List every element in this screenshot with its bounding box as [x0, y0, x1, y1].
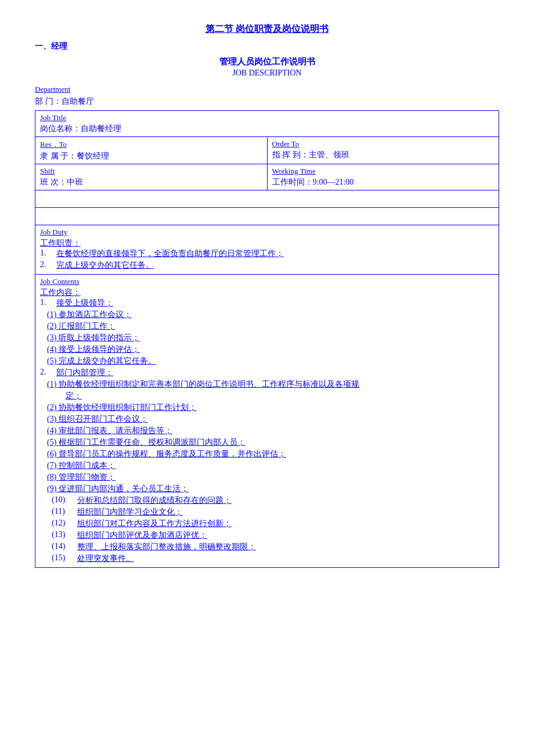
- contents-s1-item-3: (3) 听取上级领导的指示；: [40, 333, 494, 343]
- job-title-row: Job Title 岗位名称：自助餐经理: [35, 111, 499, 137]
- page-title: 第二节 岗位职责及岗位说明书: [35, 23, 499, 35]
- job-contents-row: Job Contents 工作内容： 1. 接受上级领导； (1) 参加酒店工作…: [35, 275, 499, 568]
- contents-s2-item-11: (11) 组织部门内部学习企业文化；: [40, 507, 494, 517]
- order-to-cell: Order To 指 挥 到：主管、领班: [267, 137, 499, 164]
- order-to-label: Order To: [272, 139, 495, 149]
- job-title-label: Job Title: [40, 113, 494, 123]
- subtitle-en: JOB DESCRIPTION: [35, 69, 499, 78]
- contents-s2-item-3: (3) 组织召开部门工作会议；: [40, 414, 494, 424]
- empty-cell-1: [35, 190, 499, 208]
- contents-s2-item-9: (9) 促进部门内部沟通，关心员工生活；: [40, 484, 494, 494]
- shift-label: Shift: [40, 167, 262, 176]
- contents-s2-item-8: (8) 管理部门物资；: [40, 472, 494, 483]
- contents-s2-item-1: (1) 协助餐饮经理组织制定和完善本部门的岗位工作说明书、工作程序与标准以及各项…: [40, 379, 494, 390]
- contents-s2-item-10: (10) 分析和总结部门取得的成绩和存在的问题；: [40, 495, 494, 506]
- contents-s2-item-15: (15) 处理突发事件。: [40, 553, 494, 564]
- subtitle-cn: 管理人员岗位工作说明书: [35, 56, 499, 67]
- order-to-value: 指 挥 到：主管、领班: [272, 150, 495, 160]
- working-time-label: Working Time: [272, 167, 495, 176]
- department-value: 部 门：自助餐厅: [35, 96, 499, 107]
- contents-s2-item-12: (12) 组织部门对工作内容及工作方法进行创新；: [40, 519, 494, 529]
- contents-s2-item-4: (4) 审批部门报表、请示和报告等；: [40, 426, 494, 436]
- contents-s2-item-2: (2) 协助餐饮经理组织制订部门工作计划；: [40, 402, 494, 413]
- section-label: 一、经理: [35, 41, 499, 52]
- job-title-cell: Job Title 岗位名称：自助餐经理: [35, 111, 499, 137]
- empty-cell-2: [35, 208, 499, 225]
- job-contents-value: 工作内容：: [40, 287, 494, 298]
- duty-item-1: 1. 在餐饮经理的直接领导下，全面负责自助餐厅的日常管理工作；: [40, 249, 494, 259]
- job-contents-cell: Job Contents 工作内容： 1. 接受上级领导； (1) 参加酒店工作…: [35, 275, 499, 568]
- working-time-cell: Working Time 工作时间：9:00—21:00: [267, 164, 499, 190]
- contents-s1-item-5: (5) 完成上级交办的其它任务。: [40, 356, 494, 366]
- res-to-value: 隶 属 于：餐饮经理: [40, 151, 262, 161]
- empty-row-2: [35, 208, 499, 225]
- job-contents-label: Job Contents: [40, 277, 494, 286]
- shift-value: 班 次：中班: [40, 177, 262, 188]
- job-title-value: 岗位名称：自助餐经理: [40, 124, 494, 134]
- contents-s2-item-7: (7) 控制部门成本；: [40, 460, 494, 471]
- contents-s2-header: 2. 部门内部管理：: [40, 368, 494, 378]
- working-time-value: 工作时间：9:00—21:00: [272, 177, 495, 188]
- main-table: Job Title 岗位名称：自助餐经理 Res．To 隶 属 于：餐饮经理 O…: [35, 110, 499, 568]
- empty-row-1: [35, 190, 499, 208]
- contents-s1-item-1: (1) 参加酒店工作会议；: [40, 309, 494, 320]
- res-to-label: Res．To: [40, 139, 262, 150]
- duty-item-2: 2. 完成上级交办的其它任务。: [40, 260, 494, 271]
- res-order-row: Res．To 隶 属 于：餐饮经理 Order To 指 挥 到：主管、领班: [35, 137, 499, 164]
- job-duty-value: 工作职责：: [40, 238, 494, 249]
- contents-s2-item-5: (5) 根据部门工作需要任命、授权和调派部门内部人员；: [40, 437, 494, 448]
- shift-time-row: Shift 班 次：中班 Working Time 工作时间：9:00—21:0…: [35, 164, 499, 190]
- contents-s2-item-1-cont: 定；: [40, 391, 494, 401]
- contents-s2-item-14: (14) 整理、上报和落实部门整改措施，明确整改期限；: [40, 542, 494, 552]
- contents-s1-header: 1. 接受上级领导；: [40, 298, 494, 308]
- contents-s2-item-6: (6) 督导部门员工的操作规程、服务态度及工作质量，并作出评估；: [40, 449, 494, 459]
- job-duty-label: Job Duty: [40, 228, 494, 237]
- contents-s1-item-2: (2) 汇报部门工作；: [40, 321, 494, 332]
- job-duty-row: Job Duty 工作职责： 1. 在餐饮经理的直接领导下，全面负责自助餐厅的日…: [35, 225, 499, 275]
- res-to-cell: Res．To 隶 属 于：餐饮经理: [35, 137, 268, 164]
- contents-s1-item-4: (4) 接受上级领导的评估；: [40, 344, 494, 355]
- contents-s2-item-13: (13) 组织部门内部评优及参加酒店评优；: [40, 530, 494, 541]
- department-label: Department: [35, 85, 499, 94]
- job-duty-cell: Job Duty 工作职责： 1. 在餐饮经理的直接领导下，全面负责自助餐厅的日…: [35, 225, 499, 275]
- shift-cell: Shift 班 次：中班: [35, 164, 268, 190]
